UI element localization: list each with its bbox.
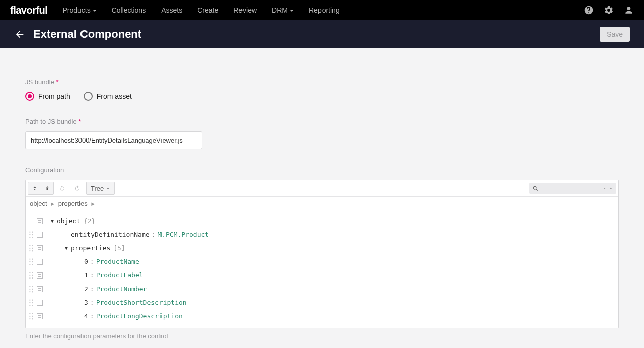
nav-item-review[interactable]: Review bbox=[233, 6, 257, 14]
configuration-label: Configuration bbox=[25, 166, 619, 174]
svg-point-36 bbox=[29, 313, 30, 314]
tree-row-property-item[interactable]: 1 : ProductLabel bbox=[26, 268, 618, 282]
tree-row-property-item[interactable]: 0 : ProductName bbox=[26, 255, 618, 268]
json-tree: ▼ object {2} entityDefinitionName : M.PC… bbox=[26, 211, 618, 328]
drag-handle-icon[interactable] bbox=[29, 245, 34, 252]
node-menu-icon[interactable] bbox=[37, 259, 43, 265]
nav-item-label: Create bbox=[197, 6, 218, 14]
nav-item-label: Products bbox=[62, 6, 90, 14]
node-menu-icon[interactable] bbox=[37, 272, 43, 279]
tree-row-property-item[interactable]: 3 : ProductShortDescription bbox=[26, 296, 618, 309]
breadcrumb-segment[interactable]: properties bbox=[58, 200, 88, 207]
drag-handle-icon[interactable] bbox=[29, 313, 34, 320]
svg-point-28 bbox=[29, 291, 30, 292]
svg-point-5 bbox=[32, 237, 33, 238]
svg-point-26 bbox=[29, 288, 30, 289]
tree-row-root[interactable]: ▼ object {2} bbox=[26, 214, 618, 228]
expand-all-button[interactable] bbox=[28, 182, 41, 195]
nav-item-collections[interactable]: Collections bbox=[112, 6, 146, 14]
svg-point-35 bbox=[32, 305, 33, 306]
tree-row-property-item[interactable]: 4 : ProductLongDescription bbox=[26, 309, 618, 323]
nav-item-create[interactable]: Create bbox=[197, 6, 218, 14]
node-menu-icon[interactable] bbox=[37, 232, 43, 238]
js-bundle-label: JS bundle * bbox=[25, 78, 619, 86]
svg-point-25 bbox=[32, 286, 33, 287]
svg-point-1 bbox=[32, 231, 33, 232]
radio-label: From asset bbox=[97, 92, 132, 100]
nav-item-label: Reporting bbox=[309, 6, 340, 14]
collapse-toggle-icon[interactable]: ▼ bbox=[48, 216, 57, 227]
svg-point-10 bbox=[29, 250, 30, 251]
top-nav: flavorful Products Collections Assets Cr… bbox=[0, 0, 644, 20]
page-title: External Component bbox=[33, 28, 141, 41]
drag-handle-icon[interactable] bbox=[29, 231, 34, 238]
node-menu-icon[interactable] bbox=[37, 313, 43, 319]
tree-row-property-item[interactable]: 2 : ProductNumber bbox=[26, 282, 618, 296]
path-label: Path to JS bundle * bbox=[25, 118, 619, 125]
nav-item-reporting[interactable]: Reporting bbox=[309, 6, 340, 14]
svg-point-22 bbox=[29, 277, 30, 279]
radio-unselected-icon bbox=[84, 92, 93, 101]
undo-button[interactable] bbox=[56, 182, 69, 195]
tree-row-properties[interactable]: ▼ properties [5] bbox=[26, 241, 618, 255]
svg-point-31 bbox=[32, 299, 33, 300]
collapse-toggle-icon[interactable]: ▼ bbox=[62, 243, 71, 254]
svg-point-9 bbox=[32, 247, 33, 248]
node-menu-icon[interactable] bbox=[37, 300, 43, 306]
svg-point-30 bbox=[29, 299, 30, 300]
help-icon[interactable] bbox=[584, 5, 594, 15]
svg-point-21 bbox=[32, 274, 33, 275]
radio-from-asset[interactable]: From asset bbox=[84, 92, 132, 101]
svg-point-2 bbox=[29, 234, 30, 235]
svg-point-24 bbox=[29, 286, 30, 287]
svg-point-7 bbox=[32, 245, 33, 246]
radio-from-path[interactable]: From path bbox=[25, 92, 70, 101]
collapse-all-button[interactable] bbox=[41, 182, 54, 195]
svg-point-19 bbox=[32, 272, 33, 273]
node-menu-icon[interactable] bbox=[37, 286, 43, 292]
drag-handle-icon[interactable] bbox=[29, 272, 34, 279]
nav-icons bbox=[584, 5, 634, 15]
save-button[interactable]: Save bbox=[600, 27, 630, 42]
nav-item-assets[interactable]: Assets bbox=[161, 6, 182, 14]
svg-point-15 bbox=[32, 261, 33, 262]
node-menu-icon[interactable] bbox=[37, 245, 43, 251]
gear-icon[interactable] bbox=[604, 5, 614, 15]
form-area: JS bundle * From path From asset Path to… bbox=[25, 48, 619, 348]
node-menu-icon[interactable] bbox=[37, 218, 43, 224]
caret-down-icon bbox=[93, 10, 97, 12]
nav-menu: Products Collections Assets Create Revie… bbox=[62, 6, 584, 14]
json-toolbar: Tree bbox=[26, 180, 618, 197]
json-search-input[interactable] bbox=[542, 185, 597, 192]
redo-button[interactable] bbox=[71, 182, 84, 195]
svg-point-20 bbox=[29, 274, 30, 275]
svg-point-33 bbox=[32, 302, 33, 303]
json-editor: Tree object ► properties ► bbox=[25, 180, 619, 328]
mode-label: Tree bbox=[91, 185, 104, 192]
path-input[interactable] bbox=[25, 131, 202, 149]
drag-handle-icon[interactable] bbox=[29, 286, 34, 293]
svg-point-32 bbox=[29, 302, 30, 303]
drag-handle-icon[interactable] bbox=[29, 299, 34, 306]
svg-point-12 bbox=[29, 258, 30, 259]
user-icon[interactable] bbox=[624, 5, 634, 15]
json-breadcrumb: object ► properties ► bbox=[26, 197, 618, 211]
svg-point-14 bbox=[29, 261, 30, 262]
back-arrow-icon[interactable] bbox=[14, 29, 25, 40]
tree-row-entity-definition[interactable]: entityDefinitionName : M.PCM.Product bbox=[26, 228, 618, 241]
drag-handle-icon[interactable] bbox=[29, 258, 34, 265]
nav-item-drm[interactable]: DRM bbox=[272, 6, 294, 14]
svg-point-0 bbox=[29, 231, 30, 232]
nav-item-products[interactable]: Products bbox=[62, 6, 96, 14]
caret-down-icon bbox=[290, 10, 294, 12]
search-next-icon[interactable] bbox=[602, 186, 607, 191]
mode-selector[interactable]: Tree bbox=[86, 182, 115, 195]
svg-point-16 bbox=[29, 264, 30, 265]
breadcrumb-separator-icon: ► bbox=[90, 201, 96, 207]
breadcrumb-segment[interactable]: object bbox=[30, 200, 47, 207]
search-prev-icon[interactable] bbox=[608, 186, 613, 191]
svg-point-11 bbox=[32, 250, 33, 251]
json-search[interactable] bbox=[529, 183, 616, 194]
svg-point-4 bbox=[29, 237, 30, 238]
svg-point-17 bbox=[32, 264, 33, 265]
